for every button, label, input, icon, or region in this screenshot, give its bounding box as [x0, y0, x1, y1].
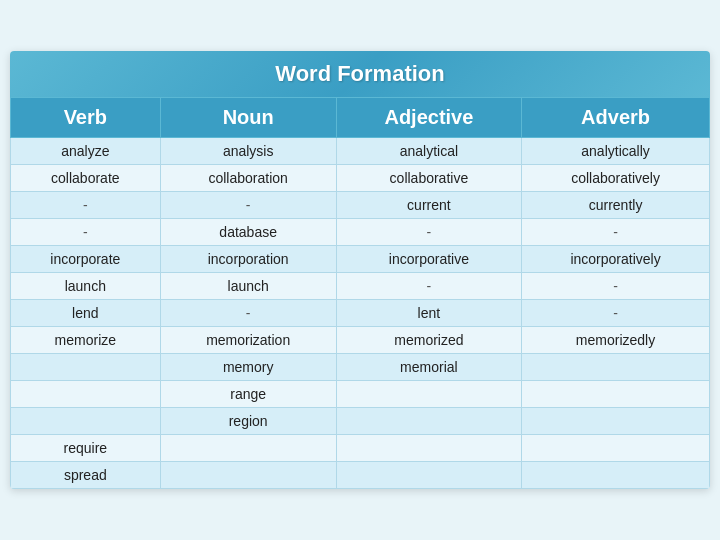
table-row: -database-- — [11, 219, 710, 246]
table-row: launchlaunch-- — [11, 273, 710, 300]
table-cell: database — [160, 219, 336, 246]
table-cell: collaboratively — [522, 165, 710, 192]
table-cell — [336, 408, 521, 435]
table-cell: collaborative — [336, 165, 521, 192]
table-cell — [522, 354, 710, 381]
table-cell: - — [160, 192, 336, 219]
table-cell: - — [522, 300, 710, 327]
table-row: incorporateincorporationincorporativeinc… — [11, 246, 710, 273]
table-cell: memorizedly — [522, 327, 710, 354]
table-cell: - — [336, 219, 521, 246]
table-cell: current — [336, 192, 521, 219]
table-cell — [11, 381, 161, 408]
table-cell: incorporatively — [522, 246, 710, 273]
header-adjective: Adjective — [336, 98, 521, 138]
table-cell: memory — [160, 354, 336, 381]
table-row: memorymemorial — [11, 354, 710, 381]
table-cell: memorization — [160, 327, 336, 354]
table-cell — [11, 408, 161, 435]
table-cell: - — [522, 273, 710, 300]
table-cell: launch — [160, 273, 336, 300]
table-cell — [336, 381, 521, 408]
table-cell — [160, 435, 336, 462]
table-row: lend-lent- — [11, 300, 710, 327]
table-row: require — [11, 435, 710, 462]
table-cell — [522, 408, 710, 435]
table-cell: region — [160, 408, 336, 435]
table-title: Word Formation — [10, 51, 710, 97]
header-row: Verb Noun Adjective Adverb — [11, 98, 710, 138]
table-cell: collaborate — [11, 165, 161, 192]
table-cell: - — [336, 273, 521, 300]
table-cell — [11, 354, 161, 381]
table-cell: incorporation — [160, 246, 336, 273]
header-adverb: Adverb — [522, 98, 710, 138]
table-cell: memorized — [336, 327, 521, 354]
table-row: spread — [11, 462, 710, 489]
table-row: range — [11, 381, 710, 408]
word-table: Verb Noun Adjective Adverb analyzeanalys… — [10, 97, 710, 489]
word-formation-table: Word Formation Verb Noun Adjective Adver… — [10, 51, 710, 489]
table-cell: memorize — [11, 327, 161, 354]
table-cell: incorporative — [336, 246, 521, 273]
table-cell — [522, 462, 710, 489]
header-noun: Noun — [160, 98, 336, 138]
table-cell: spread — [11, 462, 161, 489]
table-cell: memorial — [336, 354, 521, 381]
table-cell: analyze — [11, 138, 161, 165]
table-row: memorizememorizationmemorizedmemorizedly — [11, 327, 710, 354]
table-row: region — [11, 408, 710, 435]
table-cell: lent — [336, 300, 521, 327]
table-cell — [522, 381, 710, 408]
table-cell: - — [11, 192, 161, 219]
table-cell: collaboration — [160, 165, 336, 192]
table-cell — [336, 462, 521, 489]
table-cell: - — [160, 300, 336, 327]
table-cell: launch — [11, 273, 161, 300]
table-cell — [160, 462, 336, 489]
table-cell: currently — [522, 192, 710, 219]
table-cell: lend — [11, 300, 161, 327]
table-cell — [336, 435, 521, 462]
table-cell: analysis — [160, 138, 336, 165]
table-cell: analytical — [336, 138, 521, 165]
table-cell: require — [11, 435, 161, 462]
header-verb: Verb — [11, 98, 161, 138]
table-cell: - — [522, 219, 710, 246]
table-cell: analytically — [522, 138, 710, 165]
table-row: --currentcurrently — [11, 192, 710, 219]
table-cell: range — [160, 381, 336, 408]
table-row: collaboratecollaborationcollaborativecol… — [11, 165, 710, 192]
table-cell: incorporate — [11, 246, 161, 273]
table-row: analyzeanalysisanalyticalanalytically — [11, 138, 710, 165]
table-cell — [522, 435, 710, 462]
table-cell: - — [11, 219, 161, 246]
